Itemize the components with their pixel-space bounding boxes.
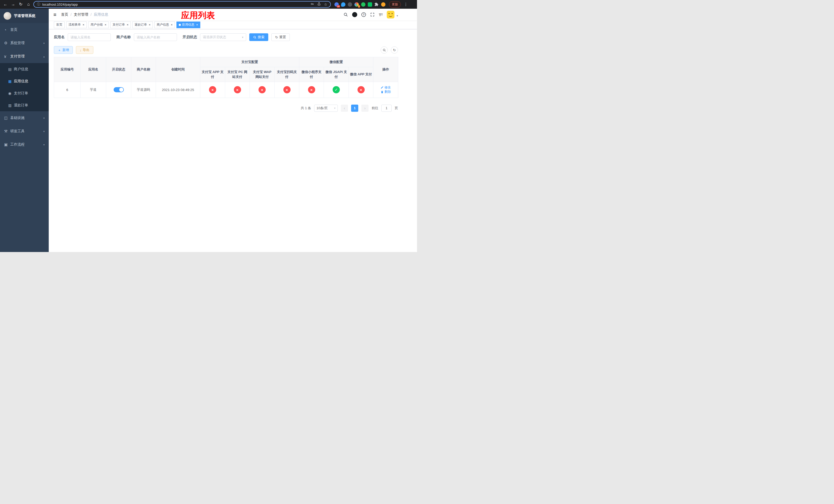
- search-form: 应用名 商户名称 开启状态 请选择开启状态 ▾ 搜索 ↻ 重: [54, 33, 398, 41]
- page-size-select[interactable]: 10条/页 ▾: [314, 105, 338, 112]
- browser-chrome: ← → ↻ ⌂ ⓘ localhost:1024/pay/app ☆ 10 1 …: [0, 0, 417, 9]
- column-header-actions: 操作: [373, 57, 398, 82]
- tab-refund-order[interactable]: 退款订单×: [132, 22, 153, 28]
- status-select[interactable]: 请选择开启状态 ▾: [200, 33, 246, 41]
- cell-pay-config: ×: [349, 82, 373, 98]
- tab-home[interactable]: 首页: [54, 22, 65, 28]
- delete-link[interactable]: 删除: [380, 90, 391, 94]
- add-button[interactable]: ＋ 新增: [54, 46, 73, 54]
- sidebar-subitem-pay-order[interactable]: ◉支付订单: [0, 87, 49, 99]
- merchant-name-input[interactable]: [134, 33, 177, 41]
- plus-icon: ＋: [58, 48, 61, 52]
- tab-close-icon[interactable]: ×: [149, 23, 151, 26]
- page-size-value: 10条/页: [316, 106, 328, 111]
- home-button[interactable]: ⌂: [26, 2, 31, 6]
- tab-app-info[interactable]: 应用信息×: [176, 22, 200, 28]
- column-header: 微信 JSAPI 支付: [324, 67, 349, 82]
- yen-icon: ¥: [4, 54, 10, 59]
- search-button[interactable]: 搜索: [249, 33, 268, 41]
- column-header: 微信小程序支付: [299, 67, 324, 82]
- browser-menu-kebab-icon[interactable]: ⋮: [404, 2, 408, 7]
- column-header: 微信 APP 支付: [349, 67, 373, 82]
- password-key-icon[interactable]: [310, 2, 314, 7]
- page-number-button[interactable]: 1: [351, 105, 358, 112]
- table-toolbar: ＋ 新增 ↓ 导出 ↻: [54, 46, 398, 54]
- export-button[interactable]: ↓ 导出: [76, 46, 93, 54]
- edit-link[interactable]: 修改: [380, 85, 391, 90]
- column-header: 支付宝 WAP 网站支付: [250, 67, 275, 82]
- sidebar-subitem-app-info[interactable]: ▦应用信息: [0, 75, 49, 87]
- toggle-search-button[interactable]: [380, 46, 388, 53]
- sidebar-item-payment[interactable]: ¥支付管理▴: [0, 50, 49, 63]
- cell-status: [106, 82, 131, 98]
- fullscreen-icon[interactable]: [370, 12, 375, 17]
- filter-label-status: 开启状态: [182, 35, 197, 40]
- app-logo[interactable]: 芋道管理系统: [0, 9, 49, 23]
- extension-icon[interactable]: [361, 2, 366, 7]
- tab-close-icon[interactable]: ×: [171, 23, 173, 26]
- extension-icon[interactable]: 10: [334, 2, 339, 7]
- order-icon: ◉: [8, 91, 14, 95]
- breadcrumb-separator: /: [70, 13, 71, 17]
- sidebar-collapse-icon[interactable]: ≡: [49, 12, 61, 18]
- tab-close-icon[interactable]: ×: [83, 23, 84, 26]
- sidebar-menu: ◔首页⚙系统管理▾¥支付管理▴▤商户信息▦应用信息◉支付订单▥退款订单◫基础设施…: [0, 23, 49, 151]
- browser-update-button[interactable]: 更新: [389, 1, 401, 8]
- share-icon[interactable]: [317, 2, 321, 7]
- reset-button[interactable]: ↻ 重置: [271, 33, 290, 41]
- extension-icon[interactable]: [341, 2, 346, 7]
- tab-close-icon[interactable]: ×: [127, 23, 129, 26]
- extensions-puzzle-icon[interactable]: [374, 2, 379, 7]
- refresh-table-button[interactable]: ↻: [391, 46, 398, 53]
- search-icon[interactable]: [344, 12, 348, 17]
- help-icon[interactable]: ?: [361, 12, 366, 17]
- back-button[interactable]: ←: [3, 2, 8, 6]
- column-header: 应用名: [81, 57, 106, 82]
- tab-user-group[interactable]: 用户分组×: [88, 22, 109, 28]
- site-info-icon[interactable]: ⓘ: [37, 2, 40, 7]
- sidebar-subitem-refund-order[interactable]: ▥退款订单: [0, 99, 49, 111]
- extension-icon[interactable]: 1: [354, 2, 359, 7]
- profile-avatar-icon[interactable]: [381, 2, 386, 7]
- column-header: 创建时间: [156, 57, 200, 82]
- breadcrumb-item[interactable]: 支付管理: [74, 12, 88, 17]
- chevron-down-icon: ▾: [43, 143, 45, 146]
- main-area: ≡ 首页/支付管理/应用信息 应用列表 ? TT ▾ 首页流程表单×用户分组×支…: [49, 9, 417, 252]
- tab-close-icon[interactable]: ×: [105, 23, 106, 26]
- tab-merchant-info[interactable]: 商户信息×: [154, 22, 175, 28]
- reload-button[interactable]: ↻: [18, 2, 24, 6]
- font-size-icon[interactable]: TT: [379, 13, 382, 17]
- status-toggle[interactable]: [114, 87, 124, 92]
- tab-close-icon[interactable]: ×: [196, 23, 198, 26]
- goto-label: 前往: [372, 106, 378, 111]
- sidebar-item-home[interactable]: ◔首页: [0, 23, 49, 37]
- extension-icon[interactable]: [348, 2, 352, 7]
- navbar-actions: ? TT ▾: [344, 11, 398, 19]
- next-page-button[interactable]: ›: [361, 105, 369, 112]
- gear-icon: ⚙: [4, 41, 10, 45]
- total-count: 共 1 条: [301, 106, 311, 111]
- forward-button[interactable]: →: [10, 2, 16, 6]
- github-icon[interactable]: [352, 12, 357, 17]
- app-name-input[interactable]: [68, 33, 111, 41]
- merchant-icon: ▤: [8, 67, 14, 71]
- bookmark-star-icon[interactable]: ☆: [324, 2, 327, 6]
- prev-page-button[interactable]: ‹: [341, 105, 348, 112]
- column-header: 商户名称: [131, 57, 156, 82]
- tab-pay-order[interactable]: 支付订单×: [110, 22, 131, 28]
- breadcrumb: 首页/支付管理/应用信息: [61, 12, 108, 17]
- sidebar-item-infrastructure[interactable]: ◫基础设施▾: [0, 111, 49, 124]
- sidebar-item-dev-tools[interactable]: ⚒研发工具▾: [0, 124, 49, 138]
- sidebar-item-workflow[interactable]: ▣工作流程▾: [0, 138, 49, 151]
- goto-page-input[interactable]: [381, 105, 392, 112]
- sidebar-subitem-merchant-info[interactable]: ▤商户信息: [0, 63, 49, 75]
- sidebar-item-system[interactable]: ⚙系统管理▾: [0, 37, 49, 50]
- address-bar[interactable]: ⓘ localhost:1024/pay/app ☆: [33, 1, 331, 8]
- page-content: 应用名 商户名称 开启状态 请选择开启状态 ▾ 搜索 ↻ 重: [49, 29, 417, 252]
- user-avatar[interactable]: [387, 11, 394, 19]
- cross-circle-icon: ×: [357, 86, 365, 93]
- chevron-down-icon[interactable]: ▾: [396, 14, 398, 18]
- breadcrumb-item[interactable]: 首页: [61, 12, 68, 17]
- tab-process-form[interactable]: 流程表单×: [66, 22, 87, 28]
- extension-icon[interactable]: [368, 2, 372, 7]
